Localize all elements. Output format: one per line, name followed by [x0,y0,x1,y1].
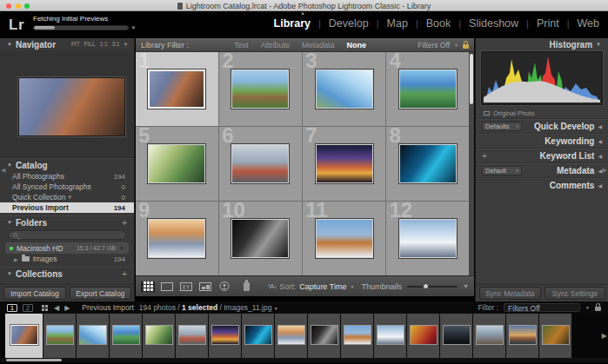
metadata-preset-dropdown[interactable]: Default▾ [482,166,522,175]
sort-criteria-dropdown[interactable]: Capture Time [299,282,346,291]
module-tab-slideshow[interactable]: Slideshow [469,17,518,30]
collapse-left-panel-arrow[interactable]: ◀ [1,167,5,174]
filmstrip-scroll-right-arrow[interactable]: ▶ [602,332,607,340]
collapse-right-panel-arrow[interactable]: ▶ [603,167,607,174]
filmstrip-photo-sunlit-park-path[interactable] [145,325,173,345]
photo-blue-abstract-macro[interactable] [399,144,457,183]
filmstrip-photo-blue-abstract-macro[interactable] [244,325,272,345]
people-view-button[interactable] [217,281,231,292]
filmstrip-filter-dropdown[interactable]: Filters Off [504,303,580,312]
section-expand-icon[interactable]: ◀ [598,123,602,129]
photo-blossom-branches-sun[interactable] [316,69,373,109]
catalog-item-previous-import[interactable]: Previous Import194 [0,202,134,213]
filmstrip-cell-4[interactable] [110,314,143,358]
filmstrip-photo-rail-yard-city[interactable] [178,325,206,345]
sync-metadata-button[interactable]: Sync Metadata [479,287,541,300]
sync-settings-button[interactable]: Sync Settings [545,287,606,300]
filmstrip-cell-5[interactable] [143,314,176,358]
filmstrip-cell-7[interactable] [209,314,242,358]
catalog-item-all-synced-photographs[interactable]: All Synced Photographs0 [0,182,134,192]
filter-option-text[interactable]: Text [234,41,249,50]
filmstrip-photo-night-skyline-reflections[interactable] [211,325,239,345]
grid-cell-2[interactable]: 2 [219,52,302,126]
grid-view-shortcut-icon[interactable] [42,305,49,311]
filmstrip-cell-9[interactable] [275,314,308,358]
filmstrip-cell-15[interactable] [473,314,506,358]
section-expand-icon[interactable]: ◀ [598,153,602,159]
survey-view-button[interactable] [198,281,212,292]
collections-header[interactable]: ▼ Collections + [0,268,134,280]
add-folder-button[interactable]: + [122,218,127,228]
add-collection-button[interactable]: + [122,269,127,279]
photo-sunlit-park-path[interactable] [148,144,205,183]
grid-cell-1[interactable]: 1 [136,52,218,126]
filmstrip-cell-11[interactable] [341,314,374,358]
photo-hillside-barn[interactable] [231,69,289,109]
filmstrip-cell-16[interactable] [506,314,539,358]
section-expand-icon[interactable]: ◀ [598,138,602,144]
photo-rail-yard-city[interactable] [231,144,289,183]
grid-scrollbar[interactable] [469,52,474,275]
filmstrip-cell-10[interactable] [308,314,341,358]
panel-section-metadata[interactable]: Default▾Metadata◀ [476,162,608,177]
module-tab-book[interactable]: Book [426,17,451,30]
filmstrip-scrollbar[interactable] [0,358,608,362]
grid-cell-8[interactable]: 8 [386,127,469,201]
module-tab-develop[interactable]: Develop [329,17,369,30]
filmstrip-photo-dark-rocky-seascape[interactable] [443,325,471,345]
main-window-button[interactable]: 1 [7,304,17,312]
add-keyword-button[interactable]: + [482,151,487,161]
module-tab-library[interactable]: Library [274,17,311,30]
filter-option-attribute[interactable]: Attribute [261,41,291,50]
grid-cell-10[interactable]: 10 [219,202,302,275]
grid-cell-7[interactable]: 7 [303,127,385,201]
catalog-header[interactable]: ▼ Catalog [0,159,134,171]
filter-option-none[interactable]: None [347,41,367,50]
grid-scrollbar-thumb[interactable] [470,54,473,104]
disclosure-triangle-icon[interactable]: ▶ [14,256,18,262]
compare-view-button[interactable]: XY [179,281,193,292]
filmstrip-source[interactable]: Previous Import [82,303,134,312]
filmstrip-photo-overcast-coastline[interactable] [476,325,504,345]
catalog-item-quick-collection[interactable]: Quick Collection +0 [0,192,134,202]
catalog-item-all-photographs[interactable]: All Photographs194 [0,171,134,182]
navigator-zoom-dropdown-icon[interactable]: ▾ [124,41,127,48]
grid-cell-3[interactable]: 3 [303,52,385,126]
filmstrip-photo-bw-portrait[interactable] [311,325,338,345]
filmstrip-cell-13[interactable] [407,314,440,358]
panel-section-keyword-list[interactable]: +Keyword List◀ [476,148,608,162]
panel-section-keywording[interactable]: Keywording◀ [476,133,608,148]
photo-tiger-on-snow[interactable] [316,219,373,258]
filter-lock-icon[interactable] [463,44,469,49]
histogram-chart[interactable] [481,51,603,105]
quick-develop-preset-dropdown[interactable]: Defaults▾ [482,122,522,131]
grid-cell-9[interactable]: 9 [136,202,218,275]
filmstrip-scrollbar-thumb[interactable] [6,359,62,361]
navigator-zoom-3-1[interactable]: 3:1 [112,41,120,48]
grid-cell-12[interactable]: 12 [386,202,469,275]
filmstrip-cell-6[interactable] [176,314,209,358]
cancel-progress-icon[interactable]: × [131,25,136,30]
module-tab-web[interactable]: Web [578,17,599,30]
navigator-preview-image[interactable] [18,77,125,136]
histogram-header[interactable]: Histogram ▼ [476,38,608,50]
filter-folders-input[interactable] [8,230,126,240]
loupe-view-button[interactable] [160,281,174,292]
photo-snow-capped-peaks[interactable] [399,219,457,258]
export-catalog-button[interactable]: Export Catalog [70,287,132,300]
filmstrip-cell-8[interactable] [242,314,275,358]
navigator-header[interactable]: ▼ Navigator FITFILL1:13:1▾ [0,38,134,50]
volume-collapse-icon[interactable]: ▼ [119,246,124,251]
filmstrip-photo-lake-sunset-reflection[interactable] [509,325,537,345]
filmstrip-status[interactable]: 194 photos / 1 selected / Images_11.jpg … [139,303,278,312]
photo-fantasy-warrior-artwork[interactable] [148,69,205,109]
filmstrip-photo-fantasy-warrior-artwork[interactable] [10,325,38,345]
navigator-zoom-fill[interactable]: FILL [84,41,96,48]
grid-cell-11[interactable]: 11 [303,202,385,275]
grid-cell-4[interactable]: 4 [386,52,469,126]
volume-row-macintosh-hd[interactable]: Macintosh HD 15.3 / 42.7 GB ▼ [5,242,129,254]
filmstrip-photo-snow-capped-peaks[interactable] [377,325,404,345]
module-tab-map[interactable]: Map [387,17,408,30]
filmstrip-photo-tiger-on-snow[interactable] [344,325,371,345]
grid-cell-6[interactable]: 6 [219,127,302,201]
